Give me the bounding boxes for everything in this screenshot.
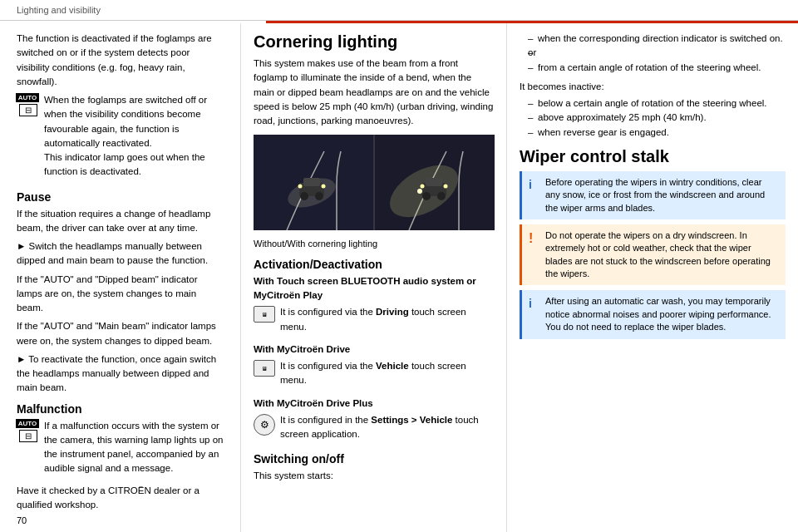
cornering-svg <box>254 135 495 230</box>
malfunction-icon-part: AUTO ⊟ <box>17 419 40 442</box>
image-caption: Without/With cornering lighting <box>254 237 494 251</box>
header-title: Lighting and visibility <box>17 5 781 15</box>
cornering-image <box>254 135 495 230</box>
warning-box: ! Do not operate the wipers on a dry win… <box>520 224 786 286</box>
malfunction-text: If a malfunction occurs with the system … <box>44 419 224 476</box>
auto-indicator-block: AUTO ⊟ When the foglamps are switched of… <box>17 93 224 184</box>
bullet-steering-angle: from a certain angle of rotation of the … <box>528 61 786 75</box>
content-area: The function is deactivated if the fogla… <box>0 23 798 532</box>
pause-p4: If the "AUTO" and "Main beam" indicator … <box>17 319 224 348</box>
svg-point-18 <box>417 189 422 194</box>
info1-text: Before operating the wipers in wintry co… <box>545 176 779 214</box>
bullet-above-speed: above approximately 25 mph (40 km/h). <box>528 111 786 125</box>
svg-point-10 <box>322 185 326 189</box>
warning-text: Do not operate the wipers on a dry winds… <box>545 229 779 281</box>
bluetooth-text: It is configured via the Driving touch s… <box>280 305 494 334</box>
gear-symbol: ⚙ <box>260 419 269 431</box>
switching-bullets: when the corresponding direction indicat… <box>520 32 786 75</box>
bullet-reverse-gear: when reverse gear is engaged. <box>528 126 786 140</box>
screen-symbol-bluetooth: 🖥 <box>262 312 268 318</box>
indicator-icon-symbol: ⊟ <box>25 106 32 115</box>
switching-heading: Switching on/off <box>254 452 494 466</box>
pause-p1: If the situation requires a change of he… <box>17 207 224 236</box>
malfunction-p2: Have it checked by a CITROËN dealer or a… <box>17 484 224 513</box>
info2-text: After using an automatic car wash, you m… <box>545 295 779 333</box>
or-text: or <box>528 46 786 60</box>
intro-text: The function is deactivated if the fogla… <box>17 32 224 89</box>
activation-heading: Activation/Deactivation <box>254 258 494 271</box>
gear-icon-driveplus: ⚙ <box>254 414 275 436</box>
screen-symbol-mycitroen: 🖥 <box>262 366 268 372</box>
svg-point-14 <box>422 192 431 200</box>
malfunction-icon-block: AUTO ⊟ If a malfunction occurs with the … <box>17 419 224 480</box>
driveplus-label: With MyCitroën Drive Plus <box>254 397 494 411</box>
auto-badge: AUTO <box>16 93 40 102</box>
malfunction-auto-badge: AUTO <box>16 419 40 428</box>
mycitroen-label: With MyCitroën Drive <box>254 342 494 357</box>
pause-p3: If the "AUTO" and "Dipped beam" indicato… <box>17 273 224 316</box>
svg-point-8 <box>315 192 323 200</box>
svg-point-16 <box>421 185 425 189</box>
mycitroen-config: 🖥 It is configured via the Vehicle touch… <box>254 359 494 392</box>
malfunction-icon-symbol: ⊟ <box>25 431 32 441</box>
auto-badge-block: AUTO ⊟ <box>17 93 40 116</box>
svg-rect-13 <box>426 178 442 186</box>
mycitroen-text: It is configured via the Vehicle touch s… <box>280 359 494 388</box>
malfunction-indicator-box: ⊟ <box>19 430 37 442</box>
auto-description: When the foglamps are switched off or wh… <box>44 93 224 180</box>
middle-column: Cornering lighting This system makes use… <box>241 23 507 532</box>
svg-rect-6 <box>303 178 320 186</box>
inactive-bullets: below a certain angle of rotation of the… <box>520 96 786 140</box>
pause-heading: Pause <box>17 190 224 204</box>
info-icon-2: i <box>529 296 540 333</box>
malfunction-heading: Malfunction <box>17 402 224 416</box>
svg-point-9 <box>298 185 303 189</box>
info-box-1: i Before operating the wipers in wintry … <box>520 171 786 219</box>
indicator-box: ⊟ <box>19 104 37 116</box>
svg-point-15 <box>437 192 446 200</box>
info-icon-1: i <box>529 177 540 214</box>
page-number: 70 <box>17 515 27 525</box>
svg-point-17 <box>444 185 448 189</box>
right-column: when the corresponding direction indicat… <box>507 23 798 532</box>
cornering-p1: This system makes use of the beam from a… <box>254 57 494 128</box>
warning-icon: ! <box>529 229 540 281</box>
screen-icon-mycitroen: 🖥 <box>254 360 275 377</box>
pause-p2: ► Switch the headlamps manually between … <box>17 239 224 268</box>
cornering-heading: Cornering lighting <box>254 32 494 52</box>
inactive-label: It becomes inactive: <box>520 80 786 94</box>
pause-p5: ► To reactivate the function, once again… <box>17 352 224 396</box>
screen-icon-bluetooth: 🖥 <box>254 306 275 323</box>
bluetooth-config: 🖥 It is configured via the Driving touch… <box>254 305 494 338</box>
driveplus-config: ⚙ It is configured in the Settings > Veh… <box>254 413 494 446</box>
info-box-2: i After using an automatic car wash, you… <box>520 290 786 338</box>
bullet-direction-indicator: when the corresponding direction indicat… <box>528 32 786 46</box>
svg-point-7 <box>300 192 308 200</box>
switching-p1: This system starts: <box>254 469 494 483</box>
bullet-below-angle: below a certain angle of rotation of the… <box>528 96 786 111</box>
left-column: The function is deactivated if the fogla… <box>0 23 241 532</box>
page-header: Lighting and visibility <box>0 0 798 21</box>
bluetooth-label: With Touch screen BLUETOOTH audio system… <box>254 274 494 303</box>
wiper-heading: Wiper control stalk <box>520 146 786 166</box>
driveplus-text: It is configured in the Settings > Vehic… <box>280 413 494 442</box>
